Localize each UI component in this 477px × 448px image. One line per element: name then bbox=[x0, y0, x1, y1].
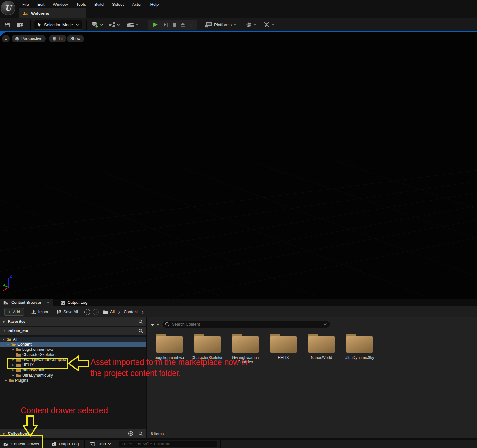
tree-item-content[interactable]: ▼ Content bbox=[0, 342, 146, 347]
expand-icon[interactable]: ▶ bbox=[3, 320, 5, 323]
tree-label: Content bbox=[17, 342, 32, 347]
content-drawer-toolbar-button[interactable] bbox=[16, 20, 25, 29]
search-icon[interactable] bbox=[138, 329, 143, 333]
menu-actor[interactable]: Actor bbox=[128, 1, 146, 8]
play-options-kebab-button[interactable]: ⋮ bbox=[188, 20, 194, 29]
save-current-button[interactable] bbox=[3, 20, 12, 29]
search-icon bbox=[165, 322, 169, 326]
viewport-lit-button[interactable]: Lit bbox=[49, 35, 66, 42]
level-viewport[interactable]: ≡ Perspective Lit Show Z bbox=[0, 31, 477, 299]
cmd-dropdown[interactable]: Cmd bbox=[87, 440, 114, 448]
tab-welcome[interactable]: Welcome bbox=[19, 8, 86, 18]
selection-mode-dropdown[interactable]: Selection Mode bbox=[34, 20, 82, 30]
cinematics-dropdown[interactable] bbox=[127, 20, 139, 29]
output-log-button[interactable]: Output Log bbox=[49, 440, 82, 448]
folder-icon bbox=[230, 333, 261, 353]
perspective-cube-icon bbox=[15, 37, 19, 41]
statusbar-separator bbox=[220, 440, 221, 448]
folder-icon bbox=[16, 353, 21, 357]
open-folder-icon bbox=[11, 342, 16, 346]
search-history-chevron-icon[interactable] bbox=[324, 323, 327, 325]
viewport-show-button[interactable]: Show bbox=[67, 35, 84, 42]
stop-button[interactable] bbox=[170, 20, 179, 29]
folder-tile-nanosworld[interactable]: NanosWorld bbox=[303, 333, 340, 364]
menu-file[interactable]: File bbox=[18, 1, 33, 8]
save-icon bbox=[5, 22, 10, 28]
menu-help[interactable]: Help bbox=[146, 1, 163, 8]
add-button[interactable]: + Add bbox=[4, 308, 24, 316]
tree-label: All bbox=[13, 337, 17, 341]
close-icon[interactable]: ✕ bbox=[47, 301, 49, 304]
folder-icon bbox=[154, 333, 185, 353]
back-button[interactable]: ← bbox=[84, 309, 90, 315]
world-settings-dropdown[interactable] bbox=[246, 20, 257, 29]
add-collection-icon[interactable] bbox=[128, 431, 133, 436]
tree-item-all[interactable]: ▼ All bbox=[0, 337, 146, 342]
skip-icon bbox=[163, 22, 168, 27]
content-drawer-icon bbox=[17, 22, 24, 28]
level-icon bbox=[23, 11, 28, 15]
add-actor-dropdown[interactable] bbox=[91, 20, 103, 29]
filter-icon bbox=[150, 322, 155, 326]
expand-icon[interactable]: ▶ bbox=[3, 432, 5, 435]
menu-edit[interactable]: Edit bbox=[33, 1, 49, 8]
tab-content-browser[interactable]: Content Browser ✕ bbox=[0, 299, 53, 306]
editor-tools-dropdown[interactable] bbox=[264, 20, 275, 29]
breadcrumb-content[interactable]: Content bbox=[124, 310, 138, 314]
collapse-icon[interactable]: ▼ bbox=[6, 343, 10, 346]
eject-button[interactable] bbox=[178, 20, 187, 29]
viewport-options-button[interactable]: ≡ bbox=[2, 35, 10, 42]
collapse-icon[interactable]: ▼ bbox=[3, 330, 6, 332]
folder-icon bbox=[268, 333, 299, 353]
import-label: Import bbox=[38, 310, 49, 314]
plus-icon: + bbox=[8, 309, 11, 314]
source-label: ralkee_mx bbox=[8, 329, 28, 333]
tree-item-plugins[interactable]: ▶ Plugins bbox=[0, 378, 146, 383]
import-button[interactable]: Import bbox=[31, 310, 49, 314]
play-button[interactable] bbox=[151, 20, 160, 29]
search-content-box[interactable] bbox=[162, 321, 330, 328]
tree-label: UltraDynamicSky bbox=[22, 373, 53, 378]
globe-icon bbox=[246, 22, 252, 28]
output-log-label: Output Log bbox=[59, 442, 79, 446]
menu-tools[interactable]: Tools bbox=[72, 1, 90, 8]
menu-bar: File Edit Window Tools Build Select Acto… bbox=[0, 0, 477, 8]
menu-build[interactable]: Build bbox=[90, 1, 108, 8]
console-command-input[interactable] bbox=[119, 441, 217, 447]
menu-window[interactable]: Window bbox=[49, 1, 72, 8]
save-all-button[interactable]: Save All bbox=[57, 310, 78, 314]
viewport-perspective-button[interactable]: Perspective bbox=[12, 35, 46, 42]
output-log-icon bbox=[61, 300, 65, 305]
favorites-header[interactable]: ▶ Favorites bbox=[0, 317, 146, 326]
annotation-highlight-box-tree-folder bbox=[7, 358, 68, 369]
expand-icon[interactable]: ▶ bbox=[12, 348, 15, 351]
expand-icon[interactable]: ▶ bbox=[5, 379, 8, 382]
axis-z-label: Z bbox=[10, 274, 12, 279]
source-header[interactable]: ▼ ralkee_mx bbox=[0, 327, 146, 335]
breadcrumb-all[interactable]: All bbox=[110, 310, 115, 314]
search-icon[interactable] bbox=[138, 319, 143, 324]
tree-item-bugchonmunhwa[interactable]: ▶ bugchonmunhwa bbox=[0, 347, 146, 352]
menu-select[interactable]: Select bbox=[108, 1, 128, 8]
output-log-icon bbox=[52, 442, 57, 447]
expand-icon[interactable]: ▶ bbox=[12, 369, 15, 371]
tools-icon bbox=[264, 22, 270, 28]
unreal-editor-window: File Edit Window Tools Build Select Acto… bbox=[0, 0, 477, 448]
filters-button[interactable] bbox=[150, 322, 159, 326]
platforms-dropdown[interactable]: Platforms bbox=[205, 20, 237, 29]
blueprints-dropdown[interactable] bbox=[109, 20, 120, 29]
folder-tile-helix[interactable]: HELIX bbox=[265, 333, 302, 364]
tab-output-log[interactable]: Output Log bbox=[57, 299, 91, 306]
collapse-icon[interactable]: ▼ bbox=[2, 338, 5, 341]
expand-icon[interactable]: ▶ bbox=[12, 374, 15, 377]
search-icon[interactable] bbox=[138, 431, 143, 436]
chevron-right-icon[interactable]: ❯ bbox=[141, 310, 144, 314]
skip-frame-button[interactable] bbox=[161, 20, 170, 29]
unreal-logo-icon[interactable]: U bbox=[1, 1, 15, 15]
search-content-input[interactable] bbox=[171, 322, 322, 327]
forward-button[interactable]: → bbox=[93, 309, 99, 315]
axis-gizmo: Z bbox=[1, 274, 15, 292]
folder-tile-ultradynamicsky[interactable]: UltraDynamicSky bbox=[341, 333, 378, 364]
tree-label: Plugins bbox=[15, 378, 28, 383]
main-toolbar: Selection Mode bbox=[0, 18, 477, 31]
